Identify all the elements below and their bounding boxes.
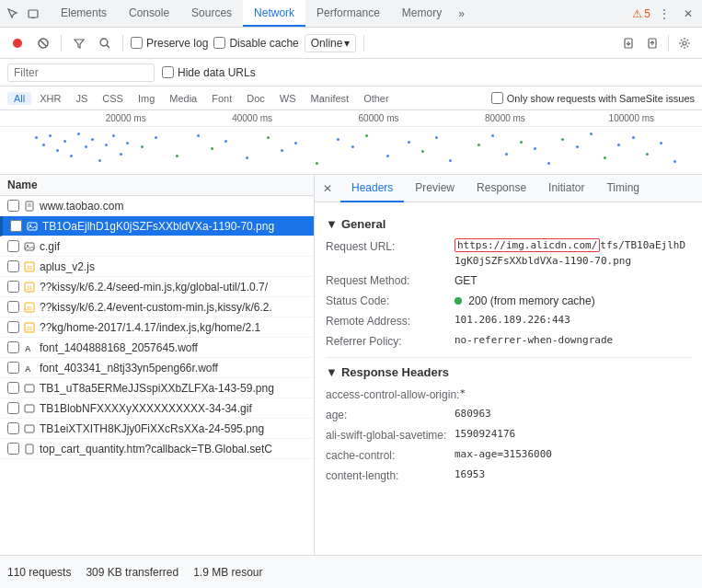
row-checkbox-0[interactable] (7, 200, 19, 212)
tick-4: 80000 ms (442, 113, 568, 123)
table-row[interactable]: JS ??kg/home-2017/1.4.17/index.js,kg/hom… (0, 317, 314, 338)
search-button[interactable] (95, 33, 115, 53)
timeline-chart (0, 127, 702, 175)
row-checkbox-10[interactable] (7, 402, 19, 414)
export-har-button[interactable] (642, 33, 662, 53)
detail-close-button[interactable]: ✕ (315, 176, 340, 202)
warning-badge[interactable]: ⚠ 5 (632, 7, 650, 20)
preserve-log-label[interactable]: Preserve log (131, 37, 208, 50)
request-url-label: Request URL: (326, 238, 455, 269)
name-column-header: Name (0, 175, 314, 196)
table-row[interactable]: top_cart_quantity.htm?callback=TB.Global… (0, 439, 314, 459)
tab-initiator[interactable]: Initiator (537, 175, 595, 202)
tab-response[interactable]: Response (466, 175, 537, 202)
type-doc[interactable]: Doc (240, 92, 271, 105)
main-tabs: Elements Console Sources Network Perform… (50, 0, 632, 27)
row-checkbox-8[interactable] (7, 362, 19, 374)
tab-console[interactable]: Console (118, 0, 180, 27)
row-checkbox-9[interactable] (7, 382, 19, 394)
svg-text:JS: JS (26, 306, 32, 311)
clear-button[interactable] (33, 33, 53, 53)
hide-data-urls-label[interactable]: Hide data URLs (162, 66, 256, 79)
type-js[interactable]: JS (69, 92, 94, 105)
separator-2 (122, 35, 123, 52)
row-checkbox-12[interactable] (7, 443, 19, 455)
table-row[interactable]: TB1OaEjlhD1gK0jSZFsXXbldVXa-1190-70.png (0, 216, 314, 236)
table-row[interactable]: A font_1404888168_2057645.woff (0, 338, 314, 358)
tab-memory[interactable]: Memory (391, 0, 453, 27)
row-checkbox-3[interactable] (7, 260, 19, 272)
resources-size: 1.9 MB resour (193, 566, 262, 579)
type-other[interactable]: Other (357, 92, 396, 105)
type-all[interactable]: All (7, 92, 31, 105)
table-row[interactable]: TB1BlobNFXXXXyXXXXXXXXXX-34-34.gif (0, 398, 314, 419)
svg-text:A: A (25, 364, 31, 374)
table-row[interactable]: A font_403341_n8tj33yn5peng66r.woff (0, 358, 314, 378)
disable-cache-checkbox[interactable] (213, 37, 225, 49)
detail-content: ▼ General Request URL: https://img.alicd… (315, 202, 702, 493)
filter-input[interactable] (7, 63, 155, 82)
record-button[interactable] (7, 33, 28, 53)
throttling-select[interactable]: Online ▾ (305, 34, 357, 52)
img-icon-11 (23, 422, 36, 435)
img-icon-10 (23, 402, 36, 415)
svg-text:A: A (25, 344, 31, 353)
type-css[interactable]: CSS (96, 92, 130, 105)
table-row[interactable]: JS ??kissy/k/6.2.4/seed-min.js,kg/global… (0, 277, 314, 297)
table-row[interactable]: www.taobao.com (0, 196, 314, 216)
tab-network[interactable]: Network (243, 0, 305, 27)
hide-data-urls-checkbox[interactable] (162, 66, 174, 78)
svg-text:JS: JS (26, 285, 32, 291)
request-url-row: Request URL: https://img.alicdn.com/tfs/… (326, 236, 691, 271)
font-icon-7: A (23, 341, 36, 354)
header-row-0: access-control-allow-origin: * (326, 385, 691, 405)
tab-timing[interactable]: Timing (595, 175, 650, 202)
tab-preview[interactable]: Preview (404, 175, 466, 202)
svg-rect-15 (28, 223, 37, 230)
tab-headers[interactable]: Headers (340, 175, 404, 202)
row-checkbox-1[interactable] (10, 220, 22, 232)
more-options-button[interactable]: ⋮ (654, 4, 674, 24)
close-devtools-button[interactable]: ✕ (678, 4, 698, 24)
header-val-3: max-age=31536000 (455, 447, 552, 464)
samesite-check-label[interactable]: Only show requests with SameSite issues (491, 92, 695, 104)
svg-rect-30 (25, 405, 34, 412)
more-tabs-button[interactable]: » (453, 0, 470, 27)
row-checkbox-7[interactable] (7, 341, 19, 353)
disable-cache-label[interactable]: Disable cache (213, 37, 298, 50)
tab-elements[interactable]: Elements (50, 0, 118, 27)
table-row[interactable]: JS ??kissy/k/6.2.4/event-custom-min.js,k… (0, 297, 314, 317)
type-font[interactable]: Font (205, 92, 238, 105)
type-media[interactable]: Media (163, 92, 203, 105)
row-checkbox-5[interactable] (7, 301, 19, 313)
status-green-dot (455, 297, 462, 305)
row-checkbox-2[interactable] (7, 240, 19, 252)
request-url-value[interactable]: https://img.alicdn.com/tfs/TB10aEjlhD1gK… (455, 238, 691, 269)
type-filter-bar: All XHR JS CSS Img Media Font Doc WS Man… (0, 86, 702, 110)
row-checkbox-11[interactable] (7, 422, 19, 434)
table-row[interactable]: JS aplus_v2.js (0, 257, 314, 277)
type-img[interactable]: Img (132, 92, 161, 105)
svg-point-11 (683, 41, 686, 45)
settings-button[interactable] (674, 33, 695, 53)
response-headers-section-title: ▼ Response Headers (326, 365, 691, 379)
type-manifest[interactable]: Manifest (305, 92, 356, 105)
samesite-checkbox[interactable] (491, 92, 503, 104)
filter-button[interactable] (69, 33, 89, 53)
type-xhr[interactable]: XHR (33, 92, 67, 105)
warning-icon: ⚠ (632, 7, 642, 20)
row-checkbox-6[interactable] (7, 321, 19, 333)
tab-performance[interactable]: Performance (305, 0, 391, 27)
table-row[interactable]: c.gif (0, 236, 314, 257)
cursor-icon[interactable] (4, 5, 22, 23)
import-har-button[interactable] (618, 33, 639, 53)
table-row[interactable]: TB1eiXTXITH8KJjy0FiXXcRsXXa-24-595.png (0, 419, 314, 439)
row-checkbox-4[interactable] (7, 281, 19, 293)
tick-5: 100000 ms (569, 113, 695, 123)
table-row[interactable]: TB1_uT8a5ERMeJJSspiXXbZLFXa-143-59.png (0, 378, 314, 398)
separator-4 (668, 35, 669, 52)
tab-sources[interactable]: Sources (180, 0, 243, 27)
preserve-log-checkbox[interactable] (131, 37, 143, 49)
type-ws[interactable]: WS (273, 92, 303, 105)
device-icon[interactable] (24, 5, 42, 23)
